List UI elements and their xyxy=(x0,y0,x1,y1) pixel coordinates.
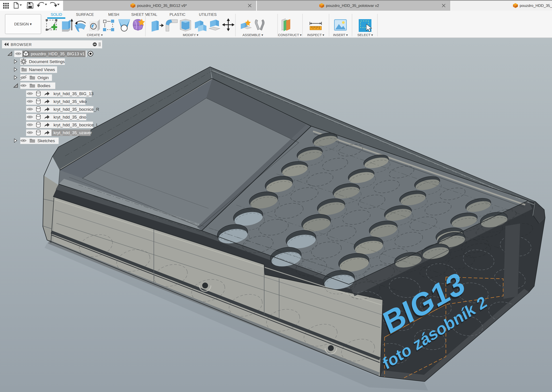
svg-text:kryt_hdd_35_BIG_13: kryt_hdd_35_BIG_13 xyxy=(54,91,94,96)
svg-text:kryt_hdd_35_viko: kryt_hdd_35_viko xyxy=(54,99,87,104)
svg-text:Document Settings: Document Settings xyxy=(29,59,65,64)
svg-text:MESH: MESH xyxy=(108,13,119,17)
svg-text:pouzdro_HDD_35_BIG12 v9*: pouzdro_HDD_35_BIG12 v9* xyxy=(137,4,187,8)
svg-text:DESIGN ▾: DESIGN ▾ xyxy=(14,22,32,26)
svg-text:Sketches: Sketches xyxy=(37,138,55,143)
svg-text:pouzdro_HDD_35_polotovar v2: pouzdro_HDD_35_polotovar v2 xyxy=(326,4,379,8)
svg-text:Named Views: Named Views xyxy=(29,67,55,72)
svg-text:MODIFY ▾: MODIFY ▾ xyxy=(183,33,198,37)
svg-text:SURFACE: SURFACE xyxy=(76,13,94,17)
svg-text:pouzdro_HDD_35_BIG13 v1: pouzdro_HDD_35_BIG13 v1 xyxy=(31,51,85,56)
svg-text:kryt_hdd_35_bocnice_L: kryt_hdd_35_bocnice_L xyxy=(54,123,99,127)
svg-text:kryt_hdd_35_bocnice_R: kryt_hdd_35_bocnice_R xyxy=(54,107,99,112)
svg-text:pouzdro_HDD_35_: pouzdro_HDD_35_ xyxy=(520,4,552,8)
svg-text:SELECT ▾: SELECT ▾ xyxy=(357,33,373,37)
svg-text:CREATE ▾: CREATE ▾ xyxy=(87,33,103,37)
svg-text:Bodies: Bodies xyxy=(37,83,50,88)
svg-text:ASSEMBLE ▾: ASSEMBLE ▾ xyxy=(243,33,263,37)
svg-text:INSERT ▾: INSERT ▾ xyxy=(333,33,348,37)
svg-text:CONSTRUCT ▾: CONSTRUCT ▾ xyxy=(278,33,302,37)
svg-text:kryt_hdd_35_uzaver: kryt_hdd_35_uzaver xyxy=(54,130,92,135)
svg-text:Origin: Origin xyxy=(37,75,49,80)
svg-text:SOLID: SOLID xyxy=(51,13,62,17)
svg-text:SHEET METAL: SHEET METAL xyxy=(131,13,157,17)
svg-text:UTILITIES: UTILITIES xyxy=(199,13,216,17)
svg-text:INSPECT ▾: INSPECT ▾ xyxy=(307,33,324,37)
svg-text:PLASTIC: PLASTIC xyxy=(170,13,185,17)
svg-text:kryt_hdd_35_dno: kryt_hdd_35_dno xyxy=(54,115,86,120)
svg-text:BROWSER: BROWSER xyxy=(11,42,32,47)
